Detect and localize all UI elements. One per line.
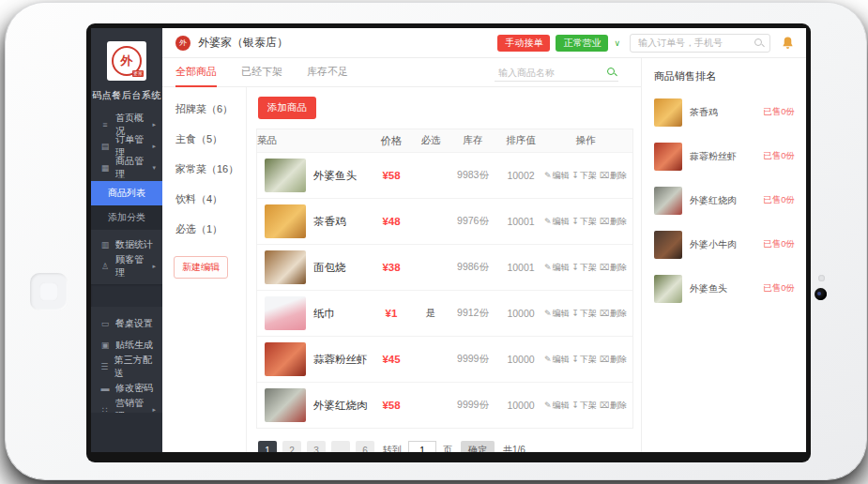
delete-link[interactable]: ⌧删除 (600, 308, 627, 320)
edit-link[interactable]: ✎编辑 (544, 308, 570, 320)
sidebar-item-label: 修改密码 (115, 382, 153, 395)
header-dish: 菜品 (257, 134, 368, 147)
stats-icon: ▥ (99, 240, 111, 250)
page-button-ellipsis[interactable]: ... (331, 441, 350, 452)
goto-confirm-button[interactable]: 确定 (461, 441, 495, 452)
delete-link[interactable]: ⌧删除 (600, 354, 627, 366)
offshelf-link[interactable]: ↧下架 (571, 354, 597, 366)
offshelf-icon: ↧ (571, 171, 579, 180)
dish-price: ¥58 (368, 170, 415, 181)
ranking-dish-name: 茶香鸡 (690, 106, 763, 119)
brand-tag: 婆家 (132, 70, 144, 77)
dish-photo (265, 159, 306, 192)
new-edit-button[interactable]: 新建编辑 (174, 256, 228, 279)
page-button-1[interactable]: 1 (258, 441, 277, 452)
bell-icon[interactable] (782, 37, 794, 50)
business-status-button[interactable]: 正常营业 (556, 35, 608, 52)
ranking-sold-count: 已售0份 (763, 194, 795, 206)
chevron-right-icon: ▸ (152, 121, 156, 129)
category-item-signature[interactable]: 招牌菜（6） (162, 102, 246, 116)
offshelf-link[interactable]: ↧下架 (571, 400, 597, 412)
chevron-right-icon: ▸ (152, 143, 156, 150)
ranking-sold-count: 已售0份 (763, 150, 795, 162)
page-button-6[interactable]: 6 (356, 441, 374, 452)
offshelf-link[interactable]: ↧下架 (571, 170, 597, 182)
sidebar-item-third-party-delivery[interactable]: ☰ 第三方配送 (91, 355, 162, 377)
delete-icon: ⌧ (600, 263, 609, 272)
tab-off-shelf[interactable]: 已经下架 (241, 57, 282, 87)
customer-icon: ♙ (99, 262, 111, 271)
goods-search-input[interactable] (495, 65, 618, 82)
delete-link[interactable]: ⌧删除 (600, 216, 627, 228)
edit-link[interactable]: ✎编辑 (544, 216, 570, 228)
page-button-3[interactable]: 3 (307, 441, 326, 452)
sidebar-item-label: 餐桌设置 (115, 317, 153, 330)
dish-price: ¥38 (368, 262, 415, 273)
ranking-sold-count: 已售0份 (763, 106, 795, 118)
camera-icon (815, 288, 827, 300)
category-item-staple[interactable]: 主食（5） (162, 132, 246, 146)
edit-icon: ✎ (544, 401, 552, 410)
dish-photo (654, 275, 682, 303)
sidebar: 外 婆家 码点餐后台系统 ≡ 首页概况 ▸ ▤ 订单管理 ▸ (91, 28, 162, 452)
sidebar-item-goods-list[interactable]: 商品列表 (91, 181, 162, 205)
dish-photo (654, 231, 682, 259)
goods-search-icon[interactable] (607, 68, 615, 75)
edit-link[interactable]: ✎编辑 (544, 170, 570, 182)
tablet-screen: 外 婆家 码点餐后台系统 ≡ 首页概况 ▸ ▤ 订单管理 ▸ (86, 23, 811, 462)
ranking-dish-name: 外婆鱼头 (690, 282, 763, 295)
tablet-home-button (30, 273, 68, 310)
page-button-2[interactable]: 2 (282, 441, 301, 452)
offshelf-link[interactable]: ↧下架 (571, 216, 597, 228)
goods-content: 添加商品 菜品 价格 必选 库存 排序值 操作 (247, 87, 641, 452)
add-goods-button[interactable]: 添加商品 (258, 97, 316, 119)
sidebar-item-label: 第三方配送 (114, 354, 156, 380)
header-actions: 操作 (542, 134, 632, 147)
goods-icon: ▦ (99, 163, 111, 173)
dish-stock: 9983份 (447, 169, 499, 182)
order-search-input[interactable] (630, 34, 770, 53)
tablet-bezel: 外 婆家 码点餐后台系统 ≡ 首页概况 ▸ ▤ 订单管理 ▸ (6, 3, 866, 479)
sidebar-item-goods[interactable]: ▦ 商品管理 ▾ (91, 157, 162, 178)
header-required: 必选 (415, 134, 447, 147)
category-item-drinks[interactable]: 饮料（4） (162, 192, 246, 206)
tab-all-goods[interactable]: 全部商品 (175, 57, 217, 87)
edit-link[interactable]: ✎编辑 (544, 354, 570, 366)
dish-photo (654, 98, 682, 127)
edit-icon: ✎ (544, 263, 552, 272)
dish-name: 外婆鱼头 (313, 169, 357, 183)
delete-link[interactable]: ⌧删除 (600, 170, 627, 182)
home-icon: ≡ (99, 120, 111, 129)
sidebar-item-customers[interactable]: ♙ 顾客管理 ▸ (91, 255, 162, 277)
topbar: 外 外婆家（银泰店） 手动接单 正常营业 ∨ (162, 28, 806, 58)
sticker-icon: ▣ (99, 340, 111, 350)
dish-sort: 10000 (499, 400, 542, 411)
offshelf-link[interactable]: ↧下架 (571, 308, 597, 320)
status-chevron-down-icon[interactable]: ∨ (614, 38, 620, 48)
dish-price: ¥1 (368, 308, 415, 319)
sidebar-item-table-settings[interactable]: ▭ 餐桌设置 (91, 312, 162, 334)
delete-link[interactable]: ⌧删除 (600, 262, 627, 274)
offshelf-link[interactable]: ↧下架 (571, 262, 597, 274)
delivery-icon: ☰ (99, 362, 110, 371)
sidebar-item-add-category[interactable]: 添加分类 (91, 205, 162, 230)
category-item-homestyle[interactable]: 家常菜（16） (162, 162, 246, 176)
dish-sort: 10000 (499, 354, 542, 365)
dish-stock: 9986份 (447, 261, 499, 274)
ranking-item: 蒜蓉粉丝虾 已售0份 (654, 141, 795, 172)
dish-sort: 10000 (499, 308, 542, 319)
header-stock: 库存 (447, 134, 499, 147)
dish-photo (265, 296, 306, 330)
tab-low-stock[interactable]: 库存不足 (307, 57, 348, 87)
edit-link[interactable]: ✎编辑 (544, 400, 570, 412)
edit-icon: ✎ (544, 355, 552, 364)
dish-price: ¥45 (368, 354, 415, 365)
chevron-down-icon: ▾ (152, 164, 156, 172)
dish-name: 外婆红烧肉 (313, 399, 368, 413)
edit-link[interactable]: ✎编辑 (544, 262, 570, 274)
offshelf-icon: ↧ (571, 217, 579, 226)
category-item-required[interactable]: 必选（1） (162, 222, 246, 236)
delete-link[interactable]: ⌧删除 (600, 400, 627, 412)
goto-page-input[interactable] (408, 441, 436, 452)
manual-order-button[interactable]: 手动接单 (497, 35, 550, 52)
